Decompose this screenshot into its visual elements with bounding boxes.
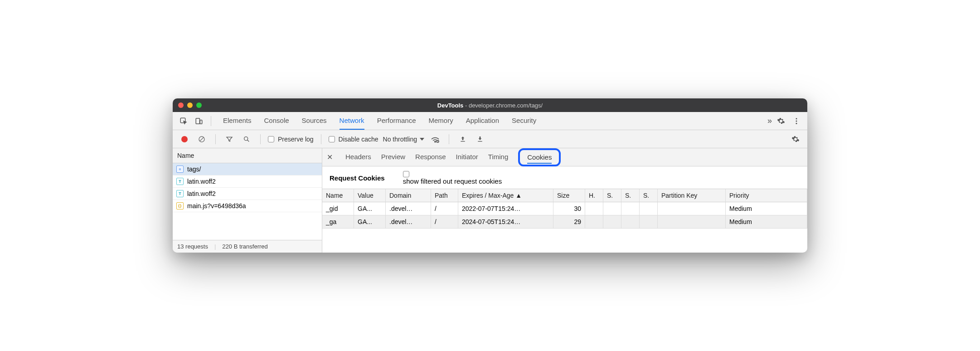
tab-performance[interactable]: Performance: [377, 112, 416, 130]
panel-settings-icon[interactable]: [789, 133, 802, 146]
cell: [585, 202, 603, 215]
filter-icon[interactable]: [223, 133, 236, 146]
zoom-window-button[interactable]: [196, 102, 202, 108]
request-name: latin.woff2: [187, 190, 216, 197]
column-header[interactable]: Priority: [726, 189, 807, 202]
request-row[interactable]: Tlatin.woff2: [173, 176, 322, 188]
column-header[interactable]: Path: [431, 189, 458, 202]
cell: _gid: [322, 202, 354, 215]
close-detail-icon[interactable]: ✕: [327, 153, 333, 161]
cell: .devel…: [386, 215, 431, 229]
column-header[interactable]: S.: [621, 189, 640, 202]
cell: GA...: [354, 215, 386, 229]
search-icon[interactable]: [240, 133, 253, 146]
settings-icon[interactable]: [775, 115, 787, 127]
device-toolbar-icon[interactable]: [193, 115, 205, 127]
clear-button[interactable]: [195, 133, 208, 146]
column-header[interactable]: S.: [603, 189, 621, 202]
tab-headers[interactable]: Headers: [345, 153, 371, 161]
cell: 2024-07-05T15:24…: [458, 215, 553, 229]
minimize-window-button[interactable]: [187, 102, 193, 108]
cell: Medium: [726, 215, 807, 229]
svg-line-9: [247, 140, 249, 141]
cell: [585, 215, 603, 229]
cell: [603, 215, 621, 229]
column-header[interactable]: Domain: [386, 189, 431, 202]
tab-console[interactable]: Console: [264, 112, 289, 130]
column-header[interactable]: S.: [640, 189, 658, 202]
svg-point-8: [244, 136, 248, 140]
show-filtered-checkbox[interactable]: show filtered out request cookies: [403, 171, 502, 185]
column-header[interactable]: Value: [354, 189, 386, 202]
request-row[interactable]: Tlatin.woff2: [173, 188, 322, 200]
request-name: tags/: [187, 166, 201, 173]
svg-rect-1: [196, 118, 199, 124]
svg-rect-2: [200, 120, 202, 123]
network-conditions-icon[interactable]: [429, 133, 441, 146]
status-requests: 13 requests: [177, 243, 208, 250]
column-header[interactable]: Partition Key: [658, 189, 726, 202]
column-header[interactable]: H.: [585, 189, 603, 202]
request-name: latin.woff2: [187, 178, 216, 185]
cookie-row[interactable]: _gidGA....devel…/2022-07-07T15:24…30Medi…: [322, 202, 807, 215]
cell: [621, 215, 640, 229]
cookies-table: NameValueDomainPathExpires / Max-Age ▲Si…: [322, 189, 807, 229]
throttling-select[interactable]: No throttling: [383, 136, 424, 143]
request-detail: ✕ HeadersPreviewResponseInitiatorTimingC…: [322, 148, 807, 253]
column-header[interactable]: Name: [322, 189, 354, 202]
font-file-icon: T: [176, 190, 184, 197]
tab-application[interactable]: Application: [466, 112, 499, 130]
column-header[interactable]: Size: [553, 189, 585, 202]
tab-security[interactable]: Security: [512, 112, 536, 130]
cell: Medium: [726, 202, 807, 215]
cell: 30: [553, 202, 585, 215]
divider: [449, 134, 449, 144]
record-button[interactable]: [178, 133, 191, 146]
main-tabbar: ElementsConsoleSourcesNetworkPerformance…: [173, 112, 807, 130]
tab-memory[interactable]: Memory: [429, 112, 453, 130]
svg-point-10: [435, 141, 436, 142]
tab-timing[interactable]: Timing: [488, 153, 508, 161]
svg-line-7: [200, 137, 204, 141]
request-list-header[interactable]: Name: [173, 148, 322, 163]
cell: [658, 215, 726, 229]
request-row[interactable]: ⟨⟩main.js?v=6498d36a: [173, 200, 322, 212]
js-file-icon: ⟨⟩: [176, 202, 184, 210]
tab-initiator[interactable]: Initiator: [456, 153, 478, 161]
titlebar: DevTools - developer.chrome.com/tags/: [173, 98, 807, 112]
tab-preview[interactable]: Preview: [381, 153, 405, 161]
tab-cookies[interactable]: Cookies: [518, 148, 561, 166]
request-row[interactable]: ≡tags/: [173, 163, 322, 176]
cell: .devel…: [386, 202, 431, 215]
divider: [260, 134, 261, 144]
close-window-button[interactable]: [178, 102, 184, 108]
request-list: Name ≡tags/Tlatin.woff2Tlatin.woff2⟨⟩mai…: [173, 148, 322, 253]
tab-network[interactable]: Network: [340, 112, 364, 130]
cookie-row[interactable]: _gaGA....devel…/2024-07-05T15:24…29Mediu…: [322, 215, 807, 229]
download-har-icon[interactable]: [474, 133, 486, 146]
kebab-menu-icon[interactable]: [790, 115, 803, 127]
svg-point-5: [796, 122, 797, 124]
font-file-icon: T: [176, 178, 184, 185]
tab-elements[interactable]: Elements: [223, 112, 252, 130]
preserve-log-checkbox[interactable]: Preserve log: [268, 136, 314, 143]
tab-response[interactable]: Response: [415, 153, 446, 161]
svg-point-4: [796, 120, 797, 122]
cell: /: [431, 215, 458, 229]
doc-file-icon: ≡: [176, 166, 184, 173]
cell: [640, 215, 658, 229]
tab-sources[interactable]: Sources: [302, 112, 327, 130]
cell: _ga: [322, 215, 354, 229]
window-title: DevTools - developer.chrome.com/tags/: [437, 102, 543, 109]
disable-cache-checkbox[interactable]: Disable cache: [329, 136, 378, 143]
column-header[interactable]: Expires / Max-Age ▲: [458, 189, 553, 202]
network-toolbar: Preserve log Disable cache No throttling: [173, 130, 807, 148]
upload-har-icon[interactable]: [456, 133, 469, 146]
divider: [211, 116, 211, 126]
more-tabs-icon[interactable]: »: [767, 116, 772, 126]
cell: [640, 202, 658, 215]
divider: [321, 134, 321, 144]
inspect-element-icon[interactable]: [177, 115, 190, 127]
cell: 2022-07-07T15:24…: [458, 202, 553, 215]
status-bar: 13 requests | 220 B transferred: [173, 240, 322, 253]
